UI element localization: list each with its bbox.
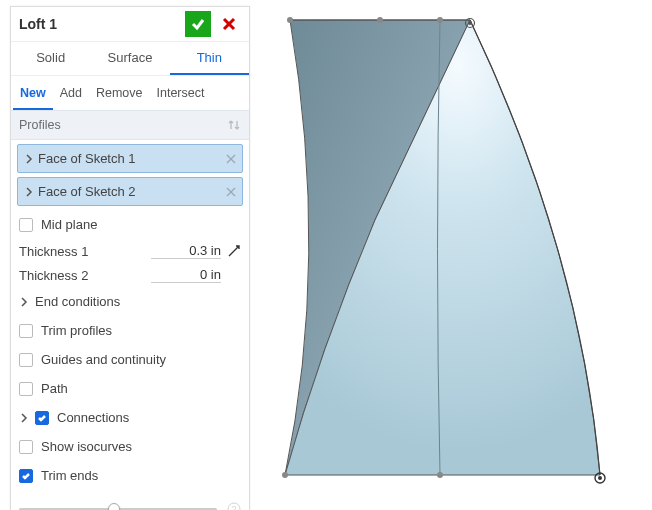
thickness2-row: Thickness 2	[11, 263, 249, 287]
sort-icon[interactable]	[227, 118, 241, 132]
checkbox-path[interactable]	[19, 382, 33, 396]
option-show-isocurves[interactable]: Show isocurves	[11, 432, 249, 461]
cancel-button[interactable]	[217, 12, 241, 36]
svg-point-14	[282, 472, 288, 478]
tab-solid[interactable]: Solid	[11, 42, 90, 75]
thickness2-label: Thickness 2	[19, 268, 151, 283]
checkbox-connections[interactable]	[35, 411, 49, 425]
remove-profile-icon[interactable]	[226, 187, 236, 197]
option-connections[interactable]: Connections	[11, 403, 249, 432]
op-new[interactable]: New	[13, 78, 53, 110]
thickness1-label: Thickness 1	[19, 244, 151, 259]
svg-point-15	[437, 472, 443, 478]
op-intersect[interactable]: Intersect	[150, 78, 212, 110]
svg-point-9	[287, 17, 293, 23]
checkbox-trim-profiles[interactable]	[19, 324, 33, 338]
operation-tabs: New Add Remove Intersect	[11, 75, 249, 110]
measure-icon[interactable]	[227, 244, 241, 258]
tab-surface[interactable]: Surface	[90, 42, 169, 75]
end-conditions-row[interactable]: End conditions	[11, 287, 249, 316]
chevron-right-icon	[24, 187, 34, 197]
thickness1-row: Thickness 1	[11, 239, 249, 263]
label-show-isocurves: Show isocurves	[41, 439, 132, 454]
checkbox-show-isocurves[interactable]	[19, 440, 33, 454]
option-guides[interactable]: Guides and continuity	[11, 345, 249, 374]
thickness2-input[interactable]	[151, 267, 221, 283]
help-icon[interactable]: ?	[227, 502, 241, 510]
label-path: Path	[41, 381, 68, 396]
check-icon	[190, 16, 206, 32]
feature-panel: Loft 1 Solid Surface Thin New Add Remove…	[10, 6, 250, 510]
option-trim-ends[interactable]: Trim ends	[11, 461, 249, 490]
chevron-right-icon	[24, 154, 34, 164]
thickness1-input[interactable]	[151, 243, 221, 259]
profiles-header: Profiles	[11, 110, 249, 140]
label-guides: Guides and continuity	[41, 352, 166, 367]
viewport-3d[interactable]	[260, 0, 652, 510]
profile-label: Face of Sketch 2	[38, 184, 136, 199]
label-trim-profiles: Trim profiles	[41, 323, 112, 338]
chevron-right-icon	[19, 413, 29, 423]
op-add[interactable]: Add	[53, 78, 89, 110]
op-remove[interactable]: Remove	[89, 78, 150, 110]
confirm-button[interactable]	[185, 11, 211, 37]
label-connections: Connections	[57, 410, 129, 425]
feature-title: Loft 1	[19, 16, 185, 32]
profile-item-1[interactable]: Face of Sketch 1	[17, 144, 243, 173]
model-preview	[260, 0, 652, 510]
svg-point-10	[377, 17, 383, 23]
quality-slider-row: ?	[11, 490, 249, 510]
svg-point-13	[468, 21, 472, 25]
checkbox-mid-plane[interactable]	[19, 218, 33, 232]
end-conditions-label: End conditions	[35, 294, 120, 309]
chevron-right-icon	[19, 297, 29, 307]
profiles-label: Profiles	[19, 118, 61, 132]
tab-thin[interactable]: Thin	[170, 42, 249, 75]
remove-profile-icon[interactable]	[226, 154, 236, 164]
svg-point-17	[598, 476, 602, 480]
body-type-tabs: Solid Surface Thin	[11, 41, 249, 75]
checkbox-guides[interactable]	[19, 353, 33, 367]
svg-text:?: ?	[231, 504, 236, 510]
option-path[interactable]: Path	[11, 374, 249, 403]
option-mid-plane[interactable]: Mid plane	[11, 210, 249, 239]
profile-label: Face of Sketch 1	[38, 151, 136, 166]
profile-item-2[interactable]: Face of Sketch 2	[17, 177, 243, 206]
titlebar: Loft 1	[11, 7, 249, 41]
label-mid-plane: Mid plane	[41, 217, 97, 232]
label-trim-ends: Trim ends	[41, 468, 98, 483]
svg-point-11	[437, 17, 443, 23]
checkbox-trim-ends[interactable]	[19, 469, 33, 483]
option-trim-profiles[interactable]: Trim profiles	[11, 316, 249, 345]
close-icon	[221, 16, 237, 32]
slider-thumb[interactable]	[108, 503, 120, 511]
